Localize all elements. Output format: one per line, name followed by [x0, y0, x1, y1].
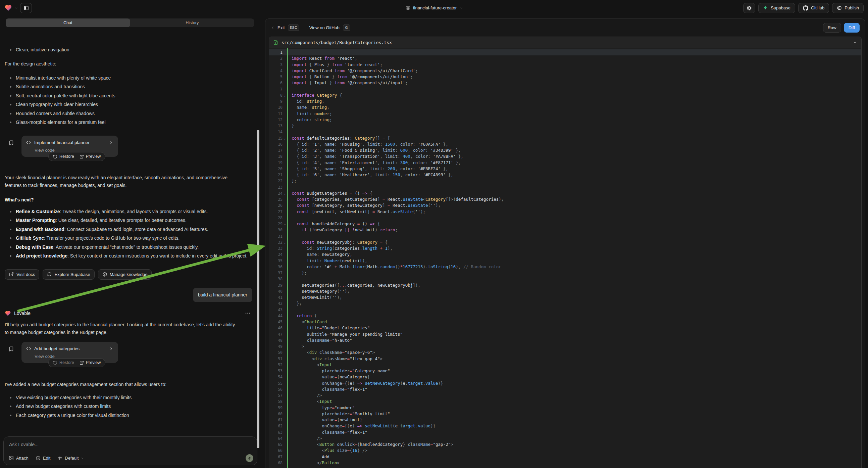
list-item: Each category gets a unique color for vi…	[16, 411, 251, 420]
chat-input[interactable]	[4, 437, 257, 447]
version-actions: Restore Preview	[48, 152, 105, 161]
code-line: 40 setNewCategory('');	[269, 288, 861, 294]
composer: Attach Edit Default	[3, 436, 257, 465]
assistant-intro: I'll help you add budget categories to t…	[5, 321, 240, 337]
visit-docs-button[interactable]: Visit docs	[5, 269, 39, 280]
code-line: 36 color: '#' + Math.floor(Math.random()…	[269, 264, 861, 270]
version-actions: Restore Preview	[48, 358, 105, 367]
list-item: Glass-morphic elements for a premium fee…	[16, 118, 251, 127]
list-item: Refine & Customize: Tweak the design, an…	[16, 207, 251, 216]
preview-button[interactable]: Preview	[80, 154, 101, 159]
code-line: 8⌄interface Category {	[269, 92, 861, 98]
list-item: Subtle animations and transitions	[16, 82, 251, 91]
message-menu-button[interactable]	[245, 313, 250, 314]
chevron-right-icon[interactable]	[109, 140, 114, 145]
list-item: Soft, neutral color palette with light b…	[16, 91, 251, 100]
circle-dot-icon	[36, 456, 40, 461]
edit-button[interactable]: Edit	[36, 456, 50, 461]
lovable-logo-icon[interactable]	[4, 4, 12, 12]
send-button[interactable]	[246, 454, 253, 462]
code-line: 41 setNewLimit('');	[269, 294, 861, 300]
assistant-header: Lovable	[5, 310, 252, 317]
diff-button[interactable]: Diff	[844, 23, 860, 33]
settings-button[interactable]	[743, 3, 755, 13]
code-viewer-header: Exit ESC View on GitHub G Raw Diff	[266, 19, 865, 37]
code-line: 1	[269, 49, 861, 55]
code-line: 67 Add	[269, 454, 861, 460]
restore-button[interactable]: Restore	[53, 360, 74, 365]
view-on-github-button[interactable]: View on GitHub G	[309, 25, 350, 31]
chat-scroll-area: Clean, intuitive navigation For the desi…	[0, 42, 260, 434]
raw-button[interactable]: Raw	[823, 23, 841, 33]
code-line: 17 { id: '2', name: 'Food & Dining', lim…	[269, 147, 861, 153]
chevron-up-icon[interactable]	[853, 40, 857, 45]
globe-icon	[837, 5, 842, 10]
sidebar-toggle-button[interactable]	[20, 3, 32, 13]
list-item: Clean typography with clear hierarchies	[16, 100, 251, 109]
code-line: 18 { id: '3', name: 'Transportation', li…	[269, 153, 861, 159]
code-line: 5import { Button } from '@/components/ui…	[269, 74, 861, 80]
list-item: Minimalist interface with plenty of whit…	[16, 74, 251, 83]
supabase-button[interactable]: Supabase	[758, 3, 795, 13]
exit-button[interactable]: Exit ESC	[271, 25, 299, 31]
version-card[interactable]: Add budget categories View code Restore	[22, 342, 118, 363]
user-message: build a financial planner	[193, 288, 252, 302]
code-line: 42 };	[269, 300, 861, 306]
version-title: Add budget categories	[34, 346, 106, 351]
version-card[interactable]: Implement financial planner View code Re…	[22, 136, 118, 157]
code-line: 46 title="Budget Categories"	[269, 325, 861, 331]
github-label: GitHub	[811, 5, 825, 10]
code-line: 47 subtitle="Manage your spending limits…	[269, 331, 861, 338]
code-icon	[26, 140, 31, 145]
restore-button[interactable]: Restore	[53, 154, 74, 159]
image-icon	[9, 456, 14, 461]
code-line: 35 limit: Number(newLimit),	[269, 258, 861, 264]
code-line: 10 name: string;	[269, 105, 861, 111]
preview-button[interactable]: Preview	[80, 360, 101, 365]
code-line: 50 <div className="space-y-6">	[269, 350, 861, 355]
chevron-down-icon[interactable]	[14, 6, 18, 10]
code-line: 24⌄const BudgetCategories = () => {	[269, 191, 861, 196]
publish-button[interactable]: Publish	[832, 3, 864, 13]
version-title: Implement financial planner	[34, 140, 106, 145]
mode-selector[interactable]: Default	[57, 456, 84, 461]
chevron-right-icon[interactable]	[109, 347, 114, 351]
globe-icon	[405, 5, 410, 10]
diff-added-bar	[287, 48, 288, 468]
code-line: 28	[269, 215, 861, 221]
explore-supabase-button[interactable]: Explore Supabase	[42, 269, 94, 280]
project-switcher[interactable]: financial-future-creator	[405, 0, 463, 16]
list-item: Add project knowledge: Set key context o…	[16, 252, 251, 261]
assistant-name: Lovable	[14, 311, 31, 316]
code-line: 37 };	[269, 270, 861, 276]
version-card-2: Add budget categories View code Restore	[8, 342, 252, 374]
code-line: 57 />	[269, 392, 861, 399]
quick-actions: Visit docs Explore Supabase Manage knowl…	[5, 269, 252, 280]
tab-chat[interactable]: Chat	[6, 19, 130, 27]
list-item: Debug with Ease: Activate our experiment…	[16, 243, 251, 252]
github-button[interactable]: GitHub	[798, 3, 829, 13]
design-bullet-list: Minimalist interface with plenty of whit…	[5, 74, 252, 127]
bookmark-icon[interactable]	[8, 346, 14, 352]
list-item: Expand with Backend: Connect Supabase to…	[16, 225, 251, 234]
code-line: 32⌄ const newCategoryObj: Category = {	[269, 239, 861, 245]
bookmark-icon[interactable]	[8, 140, 14, 146]
list-item: Clean, intuitive navigation	[16, 45, 251, 54]
supabase-label: Supabase	[771, 5, 790, 10]
code-line: 52 <Input	[269, 362, 861, 368]
code-line: 68 </Button>	[269, 460, 861, 466]
list-item: Rounded corners and subtle shadows	[16, 109, 251, 118]
chat-scrollbar[interactable]	[257, 130, 259, 448]
publish-label: Publish	[844, 5, 859, 10]
manage-knowledge-button[interactable]: Manage knowledge	[98, 269, 152, 280]
code-line: 44 return (	[269, 313, 861, 319]
code-line: 3import { Plus } from 'lucide-react';	[269, 62, 861, 68]
attach-button[interactable]: Attach	[9, 456, 29, 461]
code-line: 12 color: string;	[269, 117, 861, 123]
file-header[interactable]: src/components/budget/BudgetCategories.t…	[269, 37, 862, 48]
code-lines: 12import React from 'react';3import { Pl…	[269, 49, 861, 466]
code-line: 13}	[269, 123, 861, 129]
tab-history[interactable]: History	[130, 19, 255, 27]
code-line: 4import ChartCard from '@/components/ui/…	[269, 68, 861, 74]
code-line: 38	[269, 276, 861, 282]
